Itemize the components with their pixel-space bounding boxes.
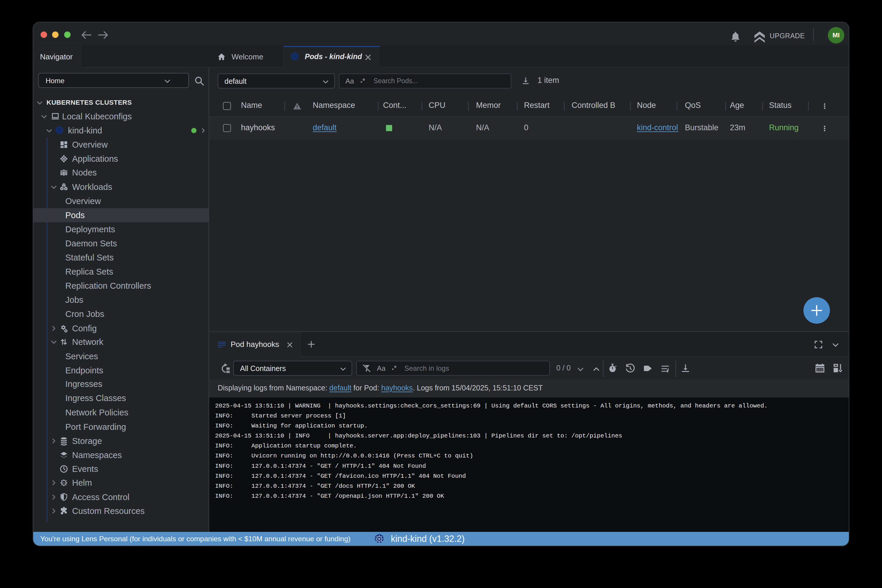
svg-text:HELM: HELM	[61, 482, 66, 484]
